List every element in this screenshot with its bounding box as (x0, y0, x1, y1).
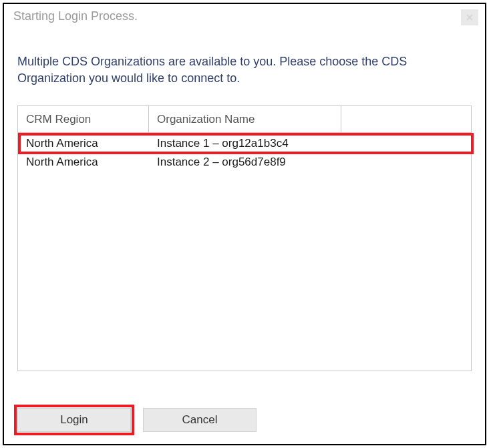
cell-org: Instance 2 – org56d7e8f9 (149, 156, 471, 169)
header-crm-region[interactable]: CRM Region (18, 106, 149, 132)
cell-org: Instance 1 – org12a1b3c4 (149, 137, 471, 150)
window-title: Starting Login Process. (13, 9, 138, 23)
table-header: CRM Region Organization Name (18, 106, 471, 133)
table-body: North America Instance 1 – org12a1b3c4 N… (18, 133, 471, 172)
table-row[interactable]: North America Instance 1 – org12a1b3c4 (18, 134, 471, 153)
header-organization-name[interactable]: Organization Name (149, 106, 341, 132)
login-dialog: Starting Login Process. Multiple CDS Org… (3, 3, 486, 445)
cancel-button[interactable]: Cancel (143, 408, 257, 432)
cell-region: North America (18, 137, 149, 150)
org-table: CRM Region Organization Name North Ameri… (17, 105, 472, 371)
instruction-text: Multiple CDS Organizations are available… (4, 25, 432, 87)
cell-region: North America (18, 156, 149, 169)
header-blank (341, 106, 471, 132)
button-bar: Login Cancel (17, 408, 257, 432)
title-bar: Starting Login Process. (4, 4, 485, 25)
close-button[interactable] (461, 9, 478, 25)
close-icon (466, 11, 473, 23)
table-row[interactable]: North America Instance 2 – org56d7e8f9 (18, 153, 471, 172)
login-button[interactable]: Login (17, 408, 131, 432)
